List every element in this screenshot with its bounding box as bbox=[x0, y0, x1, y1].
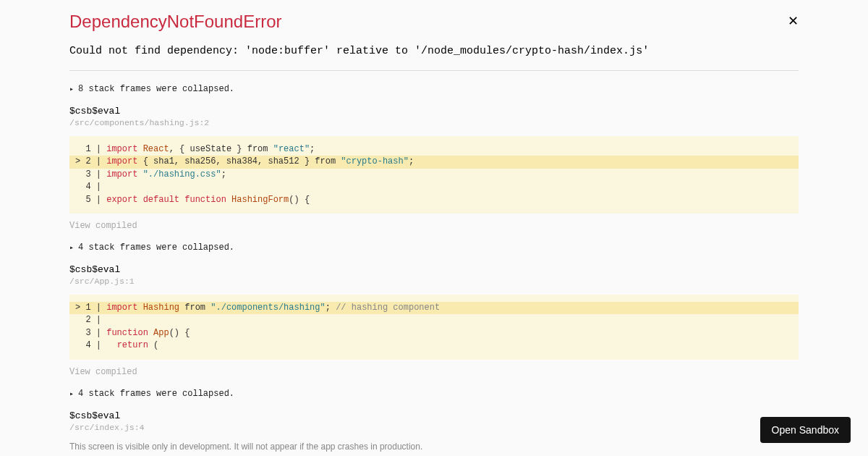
close-icon[interactable]: ✕ bbox=[788, 14, 799, 28]
footer-dev-note: This screen is visible only in developme… bbox=[69, 441, 799, 453]
frame-location: /src/App.js:1 bbox=[69, 276, 799, 286]
collapsed-frames-toggle[interactable]: 8 stack frames were collapsed. bbox=[69, 84, 799, 94]
header-row: DependencyNotFoundError ✕ bbox=[69, 12, 799, 32]
frame-function-name: $csb$eval bbox=[69, 106, 799, 117]
frame-function-name: $csb$eval bbox=[69, 410, 799, 421]
open-sandbox-button[interactable]: Open Sandbox bbox=[760, 417, 851, 443]
collapsed-frames-toggle[interactable]: 4 stack frames were collapsed. bbox=[69, 242, 799, 253]
code-snippet: > 1 | import Hashing from "./components/… bbox=[69, 295, 799, 360]
view-compiled-link[interactable]: View compiled bbox=[69, 221, 799, 231]
frame-function-name: $csb$eval bbox=[69, 264, 799, 275]
view-compiled-link[interactable]: View compiled bbox=[69, 367, 799, 377]
frame-location: /src/components/hashing.js:2 bbox=[69, 118, 799, 127]
code-snippet: 1 | import React, { useState } from "rea… bbox=[69, 136, 799, 214]
collapsed-frames-toggle[interactable]: 4 stack frames were collapsed. bbox=[69, 389, 799, 399]
frame-location: /src/index.js:4 bbox=[69, 423, 799, 432]
divider bbox=[69, 70, 799, 71]
error-title: DependencyNotFoundError bbox=[69, 12, 282, 32]
error-message: Could not find dependency: 'node:buffer'… bbox=[69, 45, 799, 57]
error-overlay: DependencyNotFoundError ✕ Could not find… bbox=[0, 0, 868, 456]
